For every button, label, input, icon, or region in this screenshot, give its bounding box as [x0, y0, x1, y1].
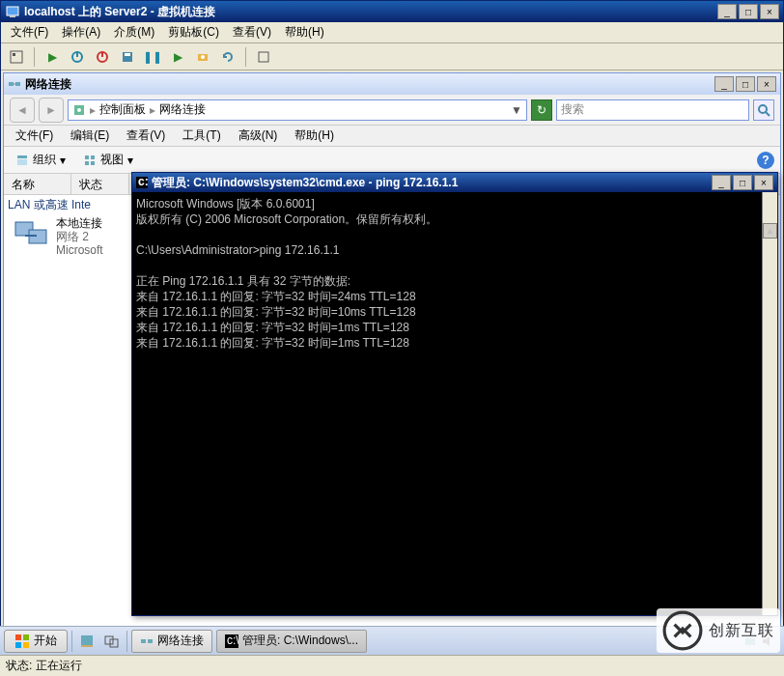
- vm-menu: 文件(F) 操作(A) 介质(M) 剪贴板(C) 查看(V) 帮助(H): [1, 22, 783, 43]
- windows-logo-icon: [14, 634, 30, 649]
- explorer-command-bar: 组织 ▾ 视图 ▾ ?: [4, 147, 780, 174]
- start-icon[interactable]: ▶: [42, 47, 62, 67]
- views-button[interactable]: 视图 ▾: [77, 150, 139, 170]
- svg-rect-0: [7, 7, 18, 15]
- help-button[interactable]: ?: [757, 152, 774, 169]
- svg-rect-39: [141, 639, 146, 643]
- control-panel-icon: [72, 103, 86, 117]
- taskbar-item-label: 网络连接: [157, 633, 204, 649]
- cmd-close-button[interactable]: ×: [754, 175, 773, 190]
- search-input[interactable]: 搜索: [556, 99, 749, 121]
- vm-menu-help[interactable]: 帮助(H): [279, 22, 330, 42]
- shutdown-icon[interactable]: [93, 47, 112, 67]
- cmd-output[interactable]: Microsoft Windows [版本 6.0.6001] 版权所有 (C)…: [132, 192, 777, 615]
- exp-menu-view[interactable]: 查看(V): [119, 126, 173, 146]
- svg-rect-23: [91, 155, 95, 159]
- vm-icon: [5, 4, 20, 19]
- back-button[interactable]: ◄: [10, 98, 35, 123]
- revert-icon[interactable]: [218, 47, 238, 67]
- col-name[interactable]: 名称: [4, 174, 71, 194]
- breadcrumb-item-network[interactable]: 网络连接: [159, 101, 206, 118]
- svg-rect-9: [125, 53, 130, 56]
- watermark: 创新互联: [657, 608, 780, 653]
- cmd-titlebar: c:\ 管理员: C:\Windows\system32\cmd.exe - p…: [132, 173, 777, 192]
- cmd-title: 管理员: C:\Windows\system32\cmd.exe - ping …: [152, 175, 458, 191]
- vm-menu-media[interactable]: 介质(M): [108, 22, 160, 42]
- svg-rect-31: [15, 634, 21, 640]
- scroll-up-button[interactable]: ▲: [763, 223, 777, 239]
- search-button[interactable]: [753, 99, 774, 121]
- organize-button[interactable]: 组织 ▾: [10, 150, 71, 170]
- exp-menu-tools[interactable]: 工具(T): [175, 126, 228, 146]
- refresh-button[interactable]: ↻: [531, 99, 552, 121]
- col-status[interactable]: 状态: [71, 174, 129, 194]
- svg-rect-20: [17, 155, 27, 158]
- svg-rect-22: [85, 155, 89, 159]
- svg-point-18: [759, 105, 767, 113]
- network-adapter-icon: [12, 216, 50, 251]
- scroll-track[interactable]: [763, 269, 777, 615]
- explorer-minimize-button[interactable]: _: [714, 76, 734, 92]
- vm-toolbar: ▶ ❚❚ ▶: [1, 43, 783, 70]
- cmd-icon: c:\: [225, 634, 238, 648]
- vm-titlebar: localhost 上的 Server2 - 虚拟机连接 _ □ ×: [1, 1, 783, 22]
- save-icon[interactable]: [118, 47, 137, 67]
- explorer-maximize-button[interactable]: □: [736, 76, 755, 92]
- taskbar-item-cmd[interactable]: c:\ 管理员: C:\Windows\...: [216, 630, 367, 653]
- svg-rect-34: [23, 642, 29, 648]
- cmd-window: c:\ 管理员: C:\Windows\system32\cmd.exe - p…: [131, 172, 778, 616]
- connection-network: 网络 2: [56, 230, 103, 243]
- svg-rect-2: [11, 51, 22, 63]
- explorer-titlebar: 网络连接 _ □ ×: [4, 73, 780, 95]
- start-button[interactable]: 开始: [4, 630, 68, 653]
- dropdown-icon[interactable]: ▼: [511, 103, 522, 117]
- network-connections-icon: [140, 634, 154, 648]
- svg-rect-24: [85, 161, 89, 165]
- switch-windows-icon[interactable]: [101, 631, 123, 652]
- exp-menu-advanced[interactable]: 高级(N): [231, 126, 286, 146]
- breadcrumb-sep: ▸: [150, 103, 155, 117]
- vm-maximize-button[interactable]: □: [739, 4, 758, 19]
- vm-menu-action[interactable]: 操作(A): [56, 22, 106, 42]
- taskbar-item-explorer[interactable]: 网络连接: [131, 630, 212, 653]
- svg-line-19: [766, 112, 770, 116]
- svg-rect-38: [110, 639, 118, 647]
- cmd-minimize-button[interactable]: _: [712, 175, 731, 190]
- vm-close-button[interactable]: ×: [760, 4, 779, 19]
- vm-menu-clipboard[interactable]: 剪贴板(C): [162, 22, 225, 42]
- svg-rect-33: [15, 642, 21, 648]
- exp-menu-edit[interactable]: 编辑(E): [63, 126, 117, 146]
- pause-icon[interactable]: ❚❚: [143, 47, 162, 67]
- power-off-icon[interactable]: [68, 47, 87, 67]
- reset-icon[interactable]: ▶: [168, 47, 187, 67]
- vm-menu-file[interactable]: 文件(F): [5, 22, 54, 42]
- snapshot-icon[interactable]: [193, 47, 212, 67]
- connection-name: 本地连接: [56, 216, 103, 230]
- taskbar-item-label: 管理员: C:\Windows\...: [242, 633, 358, 649]
- cmd-scrollbar[interactable]: ▲ ▼: [762, 192, 777, 615]
- vm-menu-view[interactable]: 查看(V): [227, 22, 277, 42]
- svg-point-11: [201, 55, 205, 59]
- cmd-icon: c:\: [136, 177, 148, 188]
- vm-minimize-button[interactable]: _: [717, 4, 737, 19]
- category-header: LAN 或高速 Inte: [8, 197, 91, 213]
- breadcrumb-item-control-panel[interactable]: 控制面板: [99, 101, 146, 118]
- ctrl-alt-del-icon[interactable]: [7, 47, 26, 67]
- quick-launch: [71, 631, 127, 652]
- exp-menu-file[interactable]: 文件(F): [8, 126, 61, 146]
- fullscreen-icon[interactable]: [254, 47, 273, 67]
- organize-label: 组织: [33, 152, 56, 168]
- dropdown-icon: ▾: [127, 154, 133, 167]
- exp-menu-help[interactable]: 帮助(H): [287, 126, 342, 146]
- svg-rect-32: [23, 634, 29, 640]
- show-desktop-icon[interactable]: [76, 631, 98, 652]
- cmd-maximize-button[interactable]: □: [733, 175, 752, 190]
- svg-rect-35: [81, 635, 93, 645]
- forward-button[interactable]: ►: [39, 98, 64, 123]
- status-label: 状态:: [6, 658, 32, 674]
- address-bar[interactable]: ▸ 控制面板 ▸ 网络连接 ▼: [68, 99, 527, 121]
- status-value: 正在运行: [36, 658, 82, 674]
- explorer-close-button[interactable]: ×: [757, 76, 776, 92]
- connection-item[interactable]: 本地连接 网络 2 Microsoft: [12, 216, 103, 257]
- search-placeholder: 搜索: [561, 101, 584, 118]
